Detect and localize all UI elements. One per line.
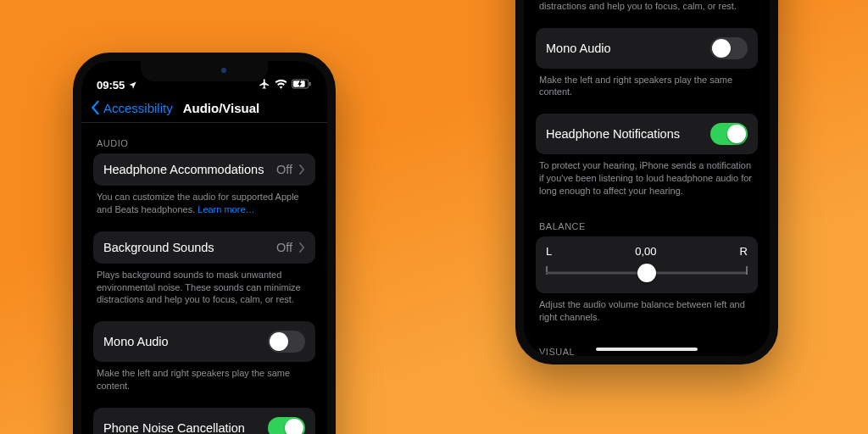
- row-label: Phone Noise Cancellation: [103, 421, 245, 434]
- status-time: 09:55: [97, 79, 125, 92]
- mono-audio-footer: Make the left and right speakers play th…: [536, 74, 758, 108]
- nav-bar: Accessibility Audio/Visual: [81, 95, 327, 123]
- mono-audio-row: Mono Audio: [536, 28, 758, 69]
- background-sounds-footer: Plays background sounds to mask unwanted…: [536, 0, 758, 21]
- headphone-accommodations-footer: You can customize the audio for supporte…: [93, 191, 315, 225]
- headphone-accommodations-row[interactable]: Headphone Accommodations Off: [93, 153, 315, 186]
- balance-left-label: L: [546, 245, 552, 258]
- headphone-notifications-footer: To protect your hearing, iPhone sends a …: [536, 159, 758, 206]
- section-header-audio: AUDIO: [93, 123, 315, 153]
- row-label: Mono Audio: [546, 42, 611, 55]
- background-sounds-row[interactable]: Background Sounds Off: [93, 231, 315, 264]
- wifi-icon: [275, 79, 287, 89]
- phone-noise-cancellation-row: Phone Noise Cancellation: [93, 408, 315, 434]
- slider-thumb[interactable]: [637, 264, 656, 282]
- phone-frame-left: 09:55 Accessibility: [73, 53, 336, 434]
- mono-audio-toggle[interactable]: [710, 37, 748, 59]
- balance-footer: Adjust the audio volume balance between …: [536, 298, 758, 332]
- row-label: Headphone Notifications: [546, 127, 680, 141]
- phone-frame-right: Plays background sounds to mask unwanted…: [515, 0, 778, 364]
- back-chevron-icon[interactable]: [90, 100, 100, 115]
- balance-value: 0,00: [635, 245, 656, 258]
- noise-cancellation-toggle[interactable]: [268, 417, 305, 434]
- location-arrow-icon: [128, 81, 137, 90]
- headphone-notifications-toggle[interactable]: [710, 123, 748, 145]
- chevron-right-icon: [299, 164, 305, 175]
- home-indicator[interactable]: [596, 348, 698, 351]
- row-value: Off: [276, 241, 292, 254]
- section-header-balance: BALANCE: [536, 206, 758, 236]
- balance-right-label: R: [740, 245, 748, 258]
- headphone-notifications-row: Headphone Notifications: [536, 114, 758, 154]
- page-title: Audio/Visual: [183, 101, 260, 115]
- row-label: Headphone Accommodations: [103, 163, 264, 176]
- background-sounds-footer: Plays background sounds to mask unwanted…: [93, 269, 315, 315]
- learn-more-link[interactable]: Learn more…: [198, 204, 254, 214]
- chevron-right-icon: [299, 242, 305, 253]
- row-label: Background Sounds: [103, 241, 214, 254]
- back-button-label[interactable]: Accessibility: [103, 101, 173, 115]
- balance-block: L 0,00 R: [536, 236, 758, 293]
- mono-audio-row: Mono Audio: [93, 321, 315, 362]
- balance-slider[interactable]: [546, 264, 748, 281]
- notch: [141, 61, 268, 81]
- mono-audio-toggle[interactable]: [268, 331, 305, 353]
- row-label: Mono Audio: [103, 335, 169, 348]
- battery-icon: [292, 79, 312, 89]
- mono-audio-footer: Make the left and right speakers play th…: [93, 367, 315, 401]
- section-header-visual: VISUAL: [536, 331, 758, 356]
- svg-rect-2: [309, 82, 311, 86]
- row-value: Off: [276, 163, 292, 176]
